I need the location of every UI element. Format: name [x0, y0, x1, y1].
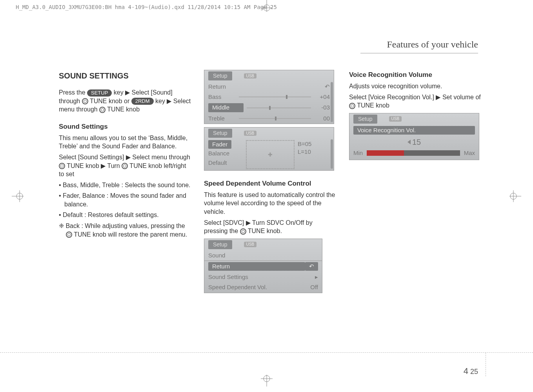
voice-vol-row: Voice Recognition Vol.	[353, 126, 475, 135]
press-setup-paragraph: Press the SETUP key ▶ Select [Sound] thr…	[59, 88, 192, 114]
sdvc-row: Speed Dependent Vol.	[208, 283, 310, 291]
settings-bullet-list: • Bass, Middle, Treble : Selects the sou…	[59, 181, 192, 219]
setup-tab: Setup	[208, 71, 232, 80]
usb-badge: USB	[389, 116, 402, 122]
file-info-text: H_MD_A3.0_AUDIO_3XMU7G3E00:BH hma 4-109~…	[16, 4, 277, 10]
tune-knob-icon	[99, 107, 106, 113]
bottom-guide	[0, 352, 533, 353]
middle-value: -03	[314, 104, 330, 111]
return-icon: ↶	[305, 262, 318, 271]
voice-recognition-instructions: Select [Voice Recognition Vol.] ▶ Set vo…	[349, 93, 482, 110]
page-number: 4 25	[464, 366, 478, 376]
right-crop-mark	[506, 188, 521, 206]
tune-knob-icon	[66, 232, 72, 238]
bullet-bass: • Bass, Middle, Treble : Selects the sou…	[59, 181, 192, 190]
sound-settings-description: This menu allows you to set the ‘Bass, M…	[59, 134, 192, 151]
sound-settings-heading: SOUND SETTINGS	[59, 71, 192, 81]
balance-setup-screen: Setup USB Fader Balance Default ✚ B=05 L…	[204, 127, 334, 171]
text: TUNE knob ▶ Turn	[67, 162, 122, 169]
tune-knob-icon	[240, 228, 246, 235]
return-icon: ↶	[325, 83, 330, 91]
section-number: 4	[464, 366, 468, 376]
title-rule	[360, 53, 478, 53]
screen-scrollbar	[331, 82, 333, 122]
sound-menu-screen: Setup USB Sound Return ↶ Sound Settings …	[204, 239, 322, 293]
sdvc-description: This feature is used to automatically co…	[204, 191, 337, 216]
balance-value: L=10	[298, 148, 311, 156]
right-guide	[486, 353, 486, 376]
treble-label: Treble	[208, 115, 236, 122]
usb-badge: USB	[244, 131, 257, 136]
rdm-key: 2RDM	[131, 98, 154, 105]
max-label: Max	[464, 149, 475, 157]
text: TUNE knob will restore the parent menu.	[74, 231, 187, 238]
sdvc-instructions: Select [SDVC] ▶ Turn SDVC On/Off by pres…	[204, 219, 337, 235]
volume-meter-fill	[367, 150, 404, 156]
tune-knob-icon	[59, 163, 65, 169]
voice-recognition-heading: Voice Recognition Volume	[349, 71, 482, 80]
left-crop-mark	[12, 188, 27, 206]
setup-tab: Setup	[353, 115, 377, 124]
balance-grid: ✚	[246, 140, 295, 169]
column-1: SOUND SETTINGS Press the SETUP key ▶ Sel…	[59, 67, 192, 241]
chapter-title: Features of your vehicle	[387, 39, 478, 50]
middle-slider	[247, 108, 311, 108]
text: Select [Sound Settings] ▶ Select menu th…	[59, 154, 190, 160]
bass-slider	[239, 97, 311, 97]
triangle-left-icon	[407, 140, 411, 144]
usb-badge: USB	[244, 73, 257, 79]
back-note: ❈ Back : While adjusting values, pressin…	[59, 222, 192, 239]
tone-setup-screen: Setup USB Return ↶ Bass +04 Middle -03 T…	[204, 70, 334, 124]
default-label: Default	[208, 158, 244, 168]
setup-key: SETUP	[87, 89, 112, 97]
page-index: 25	[470, 368, 478, 376]
voice-vol-value: 15	[412, 137, 421, 148]
bottom-crop-mark	[259, 371, 275, 388]
sdvc-heading: Speed Dependent Volume Control	[204, 179, 337, 188]
setup-tab: Setup	[208, 129, 232, 138]
tune-knob-icon	[122, 163, 128, 169]
screen-scrollbar	[331, 139, 333, 169]
text: TUNE knob.	[248, 228, 282, 234]
text: Press the	[59, 89, 87, 96]
chevron-right-icon: ▸	[315, 273, 318, 281]
select-instructions: Select [Sound Settings] ▶ Select menu th…	[59, 153, 192, 179]
setup-tab: Setup	[208, 240, 232, 249]
voice-volume-screen: Setup USB Voice Recognition Vol. 15 Min …	[349, 113, 479, 160]
sound-settings-row: Sound Settings	[208, 273, 315, 281]
text: Select [Voice Recognition Vol.] ▶ Set vo…	[349, 94, 481, 100]
usb-badge: USB	[244, 242, 257, 247]
text: TUNE knob or	[90, 98, 131, 104]
min-label: Min	[353, 149, 363, 157]
treble-slider	[239, 118, 311, 119]
column-2: Setup USB Return ↶ Bass +04 Middle -03 T…	[204, 67, 337, 296]
middle-label: Middle	[208, 103, 244, 112]
return-row: Return	[208, 83, 325, 91]
bullet-default: • Default : Restores default settings.	[59, 211, 192, 219]
text: TUNE knob	[107, 106, 140, 113]
bullet-fader: • Fader, Balance : Moves the sound fader…	[59, 191, 192, 208]
bass-value: +04	[314, 93, 330, 101]
tune-knob-icon	[82, 98, 88, 104]
volume-meter	[367, 150, 460, 156]
return-row: Return	[208, 262, 305, 271]
crosshair-icon: ✚	[268, 151, 273, 158]
sound-header: Sound	[208, 252, 225, 259]
voice-recognition-desc: Adjusts voice recognition volume.	[349, 82, 482, 91]
column-3: Voice Recognition Volume Adjusts voice r…	[349, 67, 482, 163]
sound-settings-subheading: Sound Settings	[59, 122, 192, 131]
sdvc-value: Off	[310, 283, 318, 291]
treble-value: 00	[314, 115, 330, 122]
text: TUNE knob	[357, 102, 389, 109]
bass-label: Bass	[208, 93, 236, 101]
tune-knob-icon	[349, 103, 355, 109]
balance-label: Balance	[208, 149, 244, 158]
fader-label: Fader	[208, 140, 231, 149]
fader-value: B=05	[298, 140, 311, 148]
top-crop-mark	[259, 0, 275, 17]
text: ❈ Back : While adjusting values, pressin…	[59, 222, 185, 229]
